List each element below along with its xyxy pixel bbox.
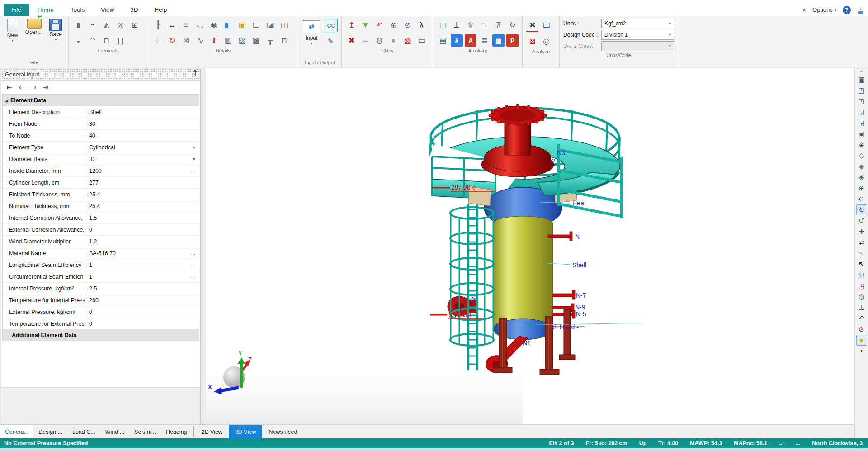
resize-element-icon[interactable]: ⇔ [359,34,372,47]
viewport-3d[interactable]: 287.00 c 5.00 cm N3 2 Hea N- Shell N-7 N… [206,68,854,424]
property-row[interactable]: External Corrosion Allowance, 0 [3,223,199,235]
diamond-view-1-icon[interactable]: ◈ [856,139,867,150]
property-row[interactable]: Material Name SA-516 70… [3,247,199,259]
report-scroll-icon[interactable]: ▤ [437,34,449,47]
first-element-button[interactable]: ⇤ [7,83,13,91]
property-row[interactable]: Internal Pressure, kgf/cm² 2.5 [3,282,199,294]
property-row[interactable]: Temperature for External Press 0 [3,318,199,329]
next-element-button[interactable]: ⇒ [31,83,37,91]
body-flange-icon[interactable]: ◎ [114,19,127,31]
orbit-axis-icon[interactable]: ↺ [856,215,867,226]
flange-display-icon[interactable]: ⊥ [856,302,867,313]
shaded-view-icon[interactable]: ■ [856,335,867,346]
calculator-icon[interactable]: ▦ [492,34,505,47]
rotate-view-icon[interactable]: ↻ [856,204,867,215]
packing-icon[interactable]: ▥ [222,34,234,47]
tab-general-input[interactable]: Genera... [0,425,33,439]
save-button[interactable]: Save ▾ [47,18,65,42]
rotate-section-icon[interactable]: ↻ [506,19,519,31]
cylinder-element-icon[interactable]: ▮ [72,19,85,31]
basering-legs-icon[interactable]: ∏ [114,34,127,47]
tray-icon[interactable]: ▤ [250,19,262,31]
tab-seismic-data[interactable]: Seismi... [129,425,161,439]
sphere-view-icon[interactable]: ● [387,34,400,47]
property-row[interactable]: Cylinder Length, cm 277 [3,176,199,188]
property-row[interactable]: Diameter Basis ID▾ [3,153,199,165]
tab-wind-data[interactable]: Wind ... [100,425,129,439]
hand-select-icon[interactable]: ☞ [478,19,491,31]
help-icon[interactable]: ? [843,6,851,14]
pin-icon[interactable] [195,72,196,76]
platform-span-icon[interactable]: ↔ [166,19,178,31]
property-row[interactable]: Nominal Thickness, mm 25.4 [3,200,199,212]
stiffening-ring-icon[interactable]: ≡ [180,19,192,31]
iso-view-3-icon[interactable]: ◳ [856,96,867,107]
new-button[interactable]: New ▾ [4,18,22,43]
property-row[interactable]: Temperature for Internal Press 260 [3,294,199,306]
render-mode-icon[interactable]: ▦ [856,270,867,280]
cylinder-display-icon[interactable]: ◍ [856,291,867,302]
detach-icon[interactable]: ⊘ [401,19,414,31]
preview-file-icon[interactable]: ◎ [540,35,552,47]
property-row[interactable]: External Pressure, kgf/cm² 0 [3,306,199,318]
update-download-icon[interactable]: ↓ [857,6,864,14]
select-arrow-icon[interactable]: ↖ [856,248,867,259]
clip-icon[interactable]: ⊓ [278,34,290,47]
open-button[interactable]: Open... [25,18,43,35]
options-menu[interactable]: Options ▾ [812,6,836,13]
property-row[interactable]: To Node 40 [3,129,199,141]
zoom-out-icon[interactable]: ⊖ [856,194,867,204]
support-lug-icon[interactable]: ◪ [264,19,276,31]
cross-brace-icon[interactable]: ⊠ [180,34,192,47]
rolled-plate-icon[interactable]: ◫ [437,19,449,31]
flip-head-icon[interactable]: ↶ [373,19,386,31]
tab-load-cases[interactable]: Load C... [67,425,100,439]
input-button[interactable]: ⇄ Input ▾ [302,18,321,45]
conical-element-icon[interactable]: ◭ [100,19,113,31]
tab-tools[interactable]: Tools [62,4,93,16]
flyout-arrow-icon[interactable]: ▾ [856,346,867,356]
zoom-2d-icon[interactable]: ⊕ [387,19,400,31]
baseplate-icon[interactable]: ⊥ [451,19,463,31]
insert-element-icon[interactable]: ↥ [345,19,358,31]
tab-2d-view[interactable]: 2D View [195,425,229,439]
section-element-data[interactable]: ◢ Element Data [3,95,199,106]
anchor-bolt-icon[interactable]: ‖ [208,34,220,47]
jacket-icon[interactable]: ▣ [236,19,248,31]
select-arrow-solid-icon[interactable]: ↖ [856,259,867,270]
diamond-view-3-icon[interactable]: ◆ [856,161,867,172]
tab-design-data[interactable]: Design ... [33,425,67,439]
plot-settings-icon[interactable]: ▧ [401,34,414,47]
lambda-insert-icon[interactable]: λ [415,19,428,31]
diamond-view-4-icon[interactable]: ◈ [856,172,867,183]
property-row[interactable]: Element Description Shell [3,106,199,118]
tab-3d-view[interactable]: 3D View [229,425,262,439]
undo-view-icon[interactable]: ↶ [856,313,867,324]
property-row[interactable]: Internal Corrosion Allowance, 1.5 [3,212,199,223]
funnel-icon[interactable]: ▼ [359,19,372,31]
insulation-icon[interactable]: ◫ [278,19,290,31]
liquid-level-icon[interactable]: ◧ [222,19,234,31]
diamond-view-2-icon[interactable]: ◇ [856,150,867,161]
iso-view-6-icon[interactable]: ▣ [856,128,867,139]
hide-element-icon[interactable]: ⊘ [856,324,867,335]
toolbar-grip[interactable]: ┉ [856,69,867,74]
property-row[interactable]: Inside Diameter, mm 1200… [3,165,199,176]
tee-connection-icon[interactable]: ┳ [264,34,276,47]
horizontal-vessel-icon[interactable]: ▭ [415,34,428,47]
halfpipe-coil-icon[interactable]: ∿ [194,34,206,47]
pvelite-lambda-icon[interactable]: λ [451,34,463,47]
tower-dimension-icon[interactable]: ⊼ [492,19,505,31]
center-of-gravity-icon[interactable]: CC [325,19,338,32]
zoom-in-icon[interactable]: ⊕ [856,183,867,194]
tab-heading[interactable]: Heading [161,425,192,439]
torispherical-head-icon[interactable]: ◒ [72,34,85,47]
design-code-select[interactable]: Division 1 ▾ [601,30,674,40]
crown-icon[interactable]: ♛ [465,19,477,31]
wireframe-box-icon[interactable]: ◳ [856,280,867,291]
iso-view-1-icon[interactable]: ▣ [856,74,867,85]
weld-seam-icon[interactable]: ▨ [236,34,248,47]
grid-detail-icon[interactable]: ⊞ [128,19,141,31]
export-image-icon[interactable]: ✎ [325,35,337,47]
tab-home[interactable]: Home [29,4,62,16]
